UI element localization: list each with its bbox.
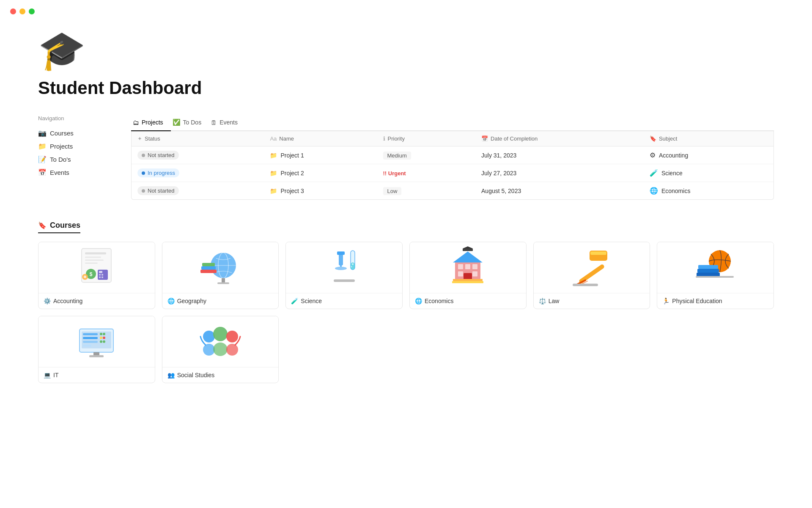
maximize-button[interactable] <box>29 8 35 14</box>
accounting-card-label: Accounting <box>53 298 82 304</box>
project-name: Project 2 <box>280 170 304 177</box>
status-cell: Not started <box>132 182 264 200</box>
subject-cell: 🧪 Science <box>644 164 774 182</box>
subject-icon: 🧪 <box>650 169 658 177</box>
status-dot <box>142 189 145 193</box>
course-card-economics[interactable]: 🌐 Economics <box>409 242 527 309</box>
minimize-button[interactable] <box>19 8 25 14</box>
name-cell: 📁 Project 2 <box>264 164 377 182</box>
sidebar-item-todos[interactable]: 📝 To Do's <box>38 153 106 166</box>
todos-icon: 📝 <box>38 155 47 163</box>
course-card-pe[interactable]: 🏃 Physical Education <box>657 242 774 309</box>
status-badge: Not started <box>137 186 179 195</box>
svg-rect-70 <box>203 344 215 356</box>
courses-grid-row1: $ ⚙️ Accounting <box>38 242 774 309</box>
courses-icon: 📷 <box>38 129 47 137</box>
svg-rect-51 <box>697 273 720 276</box>
courses-section-title: Courses <box>50 221 80 230</box>
table-row[interactable]: In progress 📁 Project 2 !! UrgentJuly 27… <box>132 164 774 182</box>
status-col-icon: ✦ <box>137 135 142 142</box>
course-card-science[interactable]: 🧪 Science <box>285 242 403 309</box>
svg-text:$: $ <box>90 271 93 277</box>
svg-rect-8 <box>99 271 102 273</box>
svg-rect-59 <box>83 341 98 343</box>
svg-rect-52 <box>697 269 719 273</box>
course-card-law[interactable]: ⚖️ Law <box>533 242 650 309</box>
tab-events[interactable]: 🗓 Events <box>209 115 245 131</box>
svg-point-62 <box>103 333 105 335</box>
svg-rect-42 <box>452 281 483 283</box>
priority-cell: Low <box>377 182 476 200</box>
svg-rect-74 <box>226 344 238 356</box>
svg-rect-18 <box>200 270 217 273</box>
svg-rect-43 <box>453 279 483 281</box>
svg-rect-46 <box>590 251 606 255</box>
svg-rect-53 <box>698 265 718 269</box>
svg-rect-4 <box>85 262 98 264</box>
svg-rect-22 <box>217 282 229 284</box>
status-badge: Not started <box>137 151 179 160</box>
svg-rect-40 <box>463 248 473 251</box>
priority-cell: Medium <box>377 146 476 164</box>
projects-icon: 📁 <box>38 142 47 150</box>
sidebar-label: Navigation <box>38 115 106 121</box>
svg-rect-54 <box>696 276 734 278</box>
sidebar: Navigation 📷 Courses 📁 Projects 📝 To Do'… <box>38 115 106 200</box>
events-tab-label: Events <box>219 119 238 126</box>
events-label: Events <box>50 169 69 176</box>
svg-rect-57 <box>83 333 98 335</box>
sidebar-item-projects[interactable]: 📁 Projects <box>38 140 106 153</box>
geography-card-icon: 🌐 <box>167 298 175 304</box>
course-card-accounting[interactable]: $ ⚙️ Accounting <box>38 242 155 309</box>
svg-point-29 <box>352 263 354 265</box>
economics-card-icon: 🌐 <box>415 298 422 304</box>
project-name: Project 1 <box>280 152 304 159</box>
projects-tab-label: Projects <box>142 119 163 126</box>
course-card-geography[interactable]: 🌐 Geography <box>162 242 279 309</box>
svg-rect-34 <box>465 264 470 269</box>
close-button[interactable] <box>10 8 16 14</box>
subject-icon: ⚙ <box>650 151 656 159</box>
pe-card-icon: 🏃 <box>662 298 669 304</box>
svg-point-65 <box>100 340 102 343</box>
svg-rect-58 <box>83 337 98 339</box>
pe-card-label: Physical Education <box>672 298 722 304</box>
page-title: Student Dashboard <box>38 78 774 98</box>
course-card-it[interactable]: 💻 IT <box>38 316 155 383</box>
course-card-social[interactable]: 👥 Social Studies <box>162 316 279 383</box>
sidebar-item-courses[interactable]: 📷 Courses <box>38 127 106 140</box>
svg-point-14 <box>84 276 86 278</box>
priority-badge: Medium <box>383 152 411 160</box>
courses-label: Courses <box>50 130 74 137</box>
svg-rect-36 <box>458 271 463 276</box>
svg-rect-9 <box>99 274 101 276</box>
it-card-label: IT <box>53 372 58 378</box>
svg-rect-12 <box>102 276 103 278</box>
tab-projects[interactable]: 🗂 Projects <box>131 115 171 131</box>
subject-name: Science <box>661 170 683 177</box>
sidebar-item-events[interactable]: 📅 Events <box>38 166 106 179</box>
col-priority: ℹ Priority <box>377 131 476 146</box>
svg-rect-33 <box>458 264 463 269</box>
tab-todos[interactable]: ✅ To Dos <box>171 115 209 131</box>
events-tab-icon: 🗓 <box>211 119 217 126</box>
courses-grid-row2: 💻 IT <box>38 316 774 383</box>
svg-marker-39 <box>453 251 483 262</box>
todos-tab-icon: ✅ <box>173 119 181 126</box>
date-cell: August 5, 2023 <box>475 182 644 200</box>
svg-rect-31 <box>334 279 355 282</box>
svg-point-64 <box>103 337 105 339</box>
subject-cell: ⚙ Accounting <box>644 146 774 164</box>
subject-name: Accounting <box>659 152 688 159</box>
subject-col-icon: 🔖 <box>650 135 656 142</box>
priority-badge: Low <box>383 187 402 195</box>
svg-point-66 <box>103 340 105 343</box>
projects-tab-icon: 🗂 <box>133 119 139 126</box>
svg-rect-11 <box>99 276 101 278</box>
table-row[interactable]: Not started 📁 Project 1 MediumJuly 31, 2… <box>132 146 774 164</box>
table-row[interactable]: Not started 📁 Project 3 LowAugust 5, 202… <box>132 182 774 200</box>
accounting-card-icon: ⚙️ <box>44 298 51 304</box>
events-icon: 📅 <box>38 168 47 177</box>
project-name: Project 3 <box>280 188 304 194</box>
svg-rect-1 <box>85 252 106 254</box>
